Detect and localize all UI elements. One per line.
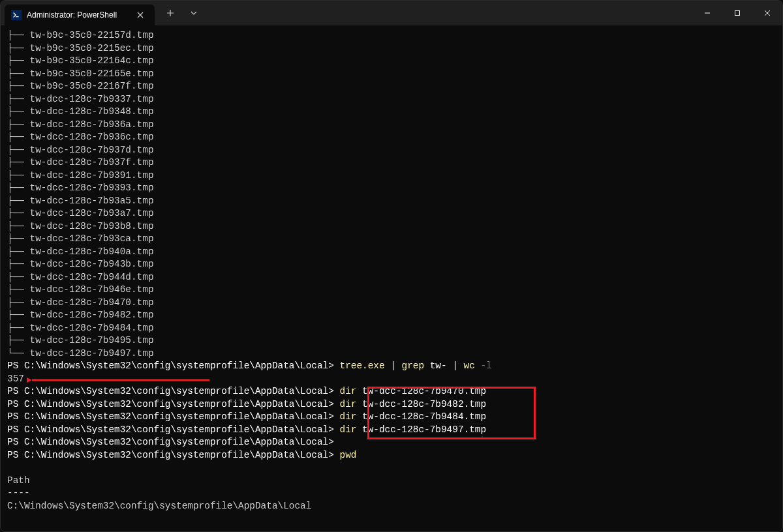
svg-rect-1 xyxy=(735,11,740,16)
new-tab-button[interactable] xyxy=(160,3,181,23)
pwd-value: C:\Windows\System32\config\systemprofile… xyxy=(7,500,776,513)
prompt-line: PS C:\Windows\System32\config\systemprof… xyxy=(7,449,776,462)
titlebar: Administrator: PowerShell xyxy=(1,1,782,25)
tab-title: Administrator: PowerShell xyxy=(27,10,129,20)
tree-line: ├── tw-dcc-128c-7b9482.tmp xyxy=(7,309,776,322)
prompt-line: PS C:\Windows\System32\config\systemprof… xyxy=(7,436,776,449)
tree-line: ├── tw-dcc-128c-7b943b.tmp xyxy=(7,258,776,271)
titlebar-spacer[interactable] xyxy=(204,1,692,25)
tree-line: ├── tw-dcc-128c-7b937f.tmp xyxy=(7,156,776,170)
tree-line: ├── tw-dcc-128c-7b9484.tmp xyxy=(7,322,776,335)
maximize-button[interactable] xyxy=(722,1,752,25)
powershell-icon xyxy=(11,10,22,20)
tree-line: ├── tw-dcc-128c-7b9348.tmp xyxy=(7,106,776,119)
tree-line: ├── tw-b9c-35c0-2215ec.tmp xyxy=(7,42,776,55)
tab-close-button[interactable] xyxy=(134,8,147,22)
tree-line: ├── tw-dcc-128c-7b93a5.tmp xyxy=(7,195,776,208)
tree-line: ├── tw-dcc-128c-7b940a.tmp xyxy=(7,246,776,259)
prompt-line: PS C:\Windows\System32\config\systemprof… xyxy=(7,424,776,437)
tree-line: ├── tw-dcc-128c-7b936c.tmp xyxy=(7,131,776,144)
terminal-output[interactable]: ├── tw-b9c-35c0-22157d.tmp├── tw-b9c-35c… xyxy=(1,25,782,516)
tab-controls xyxy=(155,1,204,25)
tree-line: ├── tw-dcc-128c-7b9470.tmp xyxy=(7,297,776,310)
window-controls xyxy=(692,1,782,25)
tree-line: ├── tw-dcc-128c-7b9391.tmp xyxy=(7,170,776,183)
close-window-button[interactable] xyxy=(752,1,782,25)
tree-line: ├── tw-dcc-128c-7b936a.tmp xyxy=(7,119,776,132)
tree-line: ├── tw-dcc-128c-7b9337.tmp xyxy=(7,93,776,106)
count-result: 357 xyxy=(7,373,776,386)
tree-line: ├── tw-b9c-35c0-22164c.tmp xyxy=(7,55,776,68)
tree-line: ├── tw-dcc-128c-7b9393.tmp xyxy=(7,182,776,195)
tree-line: ├── tw-dcc-128c-7b93ca.tmp xyxy=(7,233,776,246)
pwd-header: Path xyxy=(7,475,776,488)
tree-line: ├── tw-dcc-128c-7b9495.tmp xyxy=(7,334,776,347)
pwd-divider: ---- xyxy=(7,487,776,500)
prompt-line: PS C:\Windows\System32\config\systemprof… xyxy=(7,398,776,411)
tree-line: ├── tw-dcc-128c-7b946e.tmp xyxy=(7,284,776,297)
prompt-line: PS C:\Windows\System32\config\systemprof… xyxy=(7,411,776,424)
tree-line: ├── tw-dcc-128c-7b93a7.tmp xyxy=(7,207,776,220)
tree-line: ├── tw-dcc-128c-7b93b8.tmp xyxy=(7,220,776,233)
tree-line: ├── tw-dcc-128c-7b944d.tmp xyxy=(7,271,776,284)
tree-line: ├── tw-dcc-128c-7b937d.tmp xyxy=(7,144,776,157)
tab-active[interactable]: Administrator: PowerShell xyxy=(5,5,155,25)
tree-line: ├── tw-b9c-35c0-22157d.tmp xyxy=(7,29,776,42)
tree-line: └── tw-dcc-128c-7b9497.tmp xyxy=(7,347,776,361)
minimize-button[interactable] xyxy=(692,1,722,25)
tree-line: ├── tw-b9c-35c0-22167f.tmp xyxy=(7,80,776,93)
tree-line: ├── tw-b9c-35c0-22165e.tmp xyxy=(7,68,776,81)
tab-dropdown-button[interactable] xyxy=(183,3,204,23)
prompt-line: PS C:\Windows\System32\config\systemprof… xyxy=(7,385,776,398)
blank-line xyxy=(7,462,776,475)
prompt-line: PS C:\Windows\System32\config\systemprof… xyxy=(7,360,776,373)
